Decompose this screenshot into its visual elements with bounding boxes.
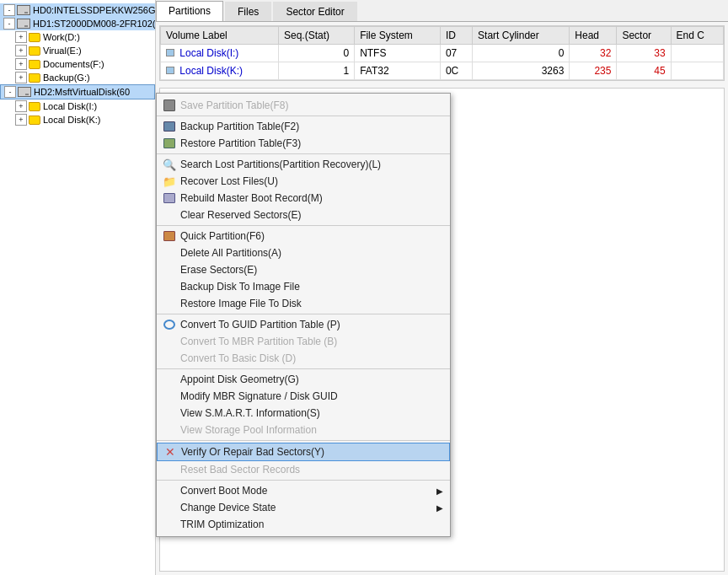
menu-item-verify-repair[interactable]: ✕ Verify Or Repair Bad Sectors(Y): [157, 443, 450, 461]
menu-separator-5: [157, 368, 450, 369]
tree-item-localk[interactable]: + Local Disk(K:): [0, 113, 155, 126]
verify-icon: ✕: [163, 444, 178, 459]
cell-volume-2: Local Disk(K:): [161, 62, 279, 80]
menu-item-appoint-geometry[interactable]: Appoint Disk Geometry(G): [157, 371, 450, 388]
col-header-head: Head: [570, 27, 617, 45]
search-icon: 🔍: [162, 157, 177, 172]
menu-item-restore-partition-table[interactable]: Restore Partition Table(F3): [157, 135, 450, 152]
menu-item-convert-guid[interactable]: Convert To GUID Partition Table (P): [157, 316, 450, 333]
expand-icon-documents[interactable]: +: [15, 58, 27, 70]
recover-icon: 📁: [162, 174, 177, 189]
expand-icon-backup[interactable]: +: [15, 72, 27, 83]
menu-item-save-partition-table[interactable]: Save Partition Table(F8): [157, 97, 450, 114]
cell-head-2: 235: [570, 62, 617, 80]
expand-icon-hd2[interactable]: -: [4, 86, 16, 98]
col-header-endc: End C: [671, 27, 723, 45]
expand-icon-hd1[interactable]: -: [3, 18, 15, 30]
menu-label-backup-disk: Backup Disk To Image File: [180, 281, 300, 293]
folder-icon-work: [29, 33, 40, 42]
menu-item-quick-partition[interactable]: Quick Partition(F6): [157, 228, 450, 245]
menu-label-quick: Quick Partition(F6): [180, 230, 265, 242]
menu-label-change-device: Change Device State: [180, 502, 276, 513]
menu-separator-6: [157, 440, 450, 441]
menu-item-rebuild-mbr[interactable]: Rebuild Master Boot Record(M): [157, 190, 450, 207]
tree-item-virtual[interactable]: + Virual(E:): [0, 44, 155, 57]
menu-label-clear: Clear Reserved Sectors(E): [180, 209, 301, 221]
folder-icon-localk: [29, 116, 40, 125]
menu-label-appoint: Appoint Disk Geometry(G): [180, 373, 299, 385]
cell-startcyl-1: 0: [473, 45, 570, 62]
disk-icon-hd1: [17, 19, 30, 29]
tree-item-documents[interactable]: + Documents(F:): [0, 57, 155, 71]
tab-partitions[interactable]: Partitions: [156, 1, 223, 21]
menu-item-modify-mbr-signature[interactable]: Modify MBR Signature / Disk GUID: [157, 388, 450, 405]
menu-item-backup-disk-image[interactable]: Backup Disk To Image File: [157, 278, 450, 295]
table-row[interactable]: Local Disk(K:) 1 FAT32 0C 3263 235 45: [161, 62, 724, 80]
menu-item-view-storage-pool[interactable]: View Storage Pool Information: [157, 422, 450, 438]
menu-item-reset-bad-sector[interactable]: Reset Bad Sector Records: [157, 461, 450, 478]
menu-item-convert-basic[interactable]: Convert To Basic Disk (D): [157, 350, 450, 367]
menu-item-convert-boot-mode[interactable]: Convert Boot Mode ▶: [157, 482, 450, 499]
cell-id-2: 0C: [440, 62, 472, 80]
partition-table-container: Volume Label Seq.(Stat) File System ID S…: [159, 25, 725, 81]
menu-label-verify: Verify Or Repair Bad Sectors(Y): [181, 446, 324, 458]
cell-volume-label-2: Local Disk(K:): [179, 65, 243, 77]
menu-item-erase-sectors[interactable]: Erase Sectors(E): [157, 261, 450, 278]
context-menu: Save Partition Table(F8) Backup Partitio…: [156, 93, 451, 537]
menu-item-delete-all-partitions[interactable]: Delete All Partitions(A): [157, 245, 450, 261]
folder-icon-locali: [29, 102, 40, 111]
menu-item-convert-mbr[interactable]: Convert To MBR Partition Table (B): [157, 333, 450, 350]
tab-bar: Partitions Files Sector Editor: [156, 0, 728, 22]
menu-label-smart: View S.M.A.R.T. Information(S): [180, 407, 320, 419]
expand-icon-localk[interactable]: +: [15, 114, 27, 126]
menu-label-restore-image: Restore Image File To Disk: [180, 298, 302, 309]
disk-icon-hd0: [17, 5, 30, 15]
menu-separator-3: [157, 225, 450, 226]
tab-files[interactable]: Files: [225, 2, 271, 21]
menu-label-convert-guid: Convert To GUID Partition Table (P): [180, 319, 340, 330]
expand-icon-virtual[interactable]: +: [15, 45, 27, 56]
menu-label-recover: Recover Lost Files(U): [180, 175, 278, 187]
cell-volume-label-1: Local Disk(I:): [179, 47, 238, 59]
menu-separator-7: [157, 480, 450, 481]
menu-item-change-device-state[interactable]: Change Device State ▶: [157, 499, 450, 516]
tree-label-virtual: Virual(E:): [43, 46, 82, 56]
left-panel: - HD0:INTELSSDPEKKW256G8(238GB) - HD1:ST…: [0, 0, 156, 575]
cell-endc-1: [671, 45, 723, 62]
tree-item-hd0[interactable]: - HD0:INTELSSDPEKKW256G8(238GB): [0, 3, 155, 17]
menu-label-erase: Erase Sectors(E): [180, 264, 257, 276]
tree-item-locali[interactable]: + Local Disk(I:): [0, 99, 155, 113]
col-header-volume: Volume Label: [161, 27, 279, 45]
menu-label-save: Save Partition Table(F8): [180, 99, 289, 111]
col-header-sector: Sector: [617, 27, 671, 45]
quick-partition-icon: [162, 228, 177, 244]
expand-icon-work[interactable]: +: [15, 31, 27, 43]
menu-label-modify-mbr: Modify MBR Signature / Disk GUID: [180, 390, 338, 402]
menu-item-view-smart[interactable]: View S.M.A.R.T. Information(S): [157, 405, 450, 422]
partition-icon-2: [166, 67, 174, 74]
expand-icon-locali[interactable]: +: [15, 100, 27, 112]
cell-sector-1: 33: [617, 45, 671, 62]
tab-sector-editor[interactable]: Sector Editor: [273, 2, 356, 21]
expand-icon-hd0[interactable]: -: [3, 4, 15, 16]
partition-icon-1: [166, 49, 174, 56]
menu-label-restore: Restore Partition Table(F3): [180, 137, 301, 149]
menu-item-restore-image[interactable]: Restore Image File To Disk: [157, 295, 450, 312]
cell-head-1: 32: [570, 45, 617, 62]
col-header-id: ID: [440, 27, 472, 45]
backup-icon: [162, 119, 177, 134]
menu-item-trim-optimization[interactable]: TRIM Optimization: [157, 516, 450, 533]
menu-item-recover-lost-files[interactable]: 📁 Recover Lost Files(U): [157, 173, 450, 190]
menu-item-backup-partition-table[interactable]: Backup Partition Table(F2): [157, 118, 450, 135]
cell-startcyl-2: 3263: [473, 62, 570, 80]
tree-item-hd1[interactable]: - HD1:ST2000DM008-2FR102(1863GB): [0, 17, 155, 30]
menu-item-clear-reserved[interactable]: Clear Reserved Sectors(E): [157, 207, 450, 223]
menu-item-search-lost-partitions[interactable]: 🔍 Search Lost Partitions(Partition Recov…: [157, 156, 450, 173]
tree-item-work[interactable]: + Work(D:): [0, 30, 155, 44]
table-row[interactable]: Local Disk(I:) 0 NTFS 07 0 32 33: [161, 45, 724, 62]
menu-separator-2: [157, 153, 450, 154]
tree-item-backup[interactable]: + Backup(G:): [0, 71, 155, 84]
save-icon: [162, 98, 177, 113]
menu-label-backup: Backup Partition Table(F2): [180, 121, 299, 132]
tree-item-hd2[interactable]: - HD2:MsftVirtualDisk(60: [0, 84, 155, 99]
